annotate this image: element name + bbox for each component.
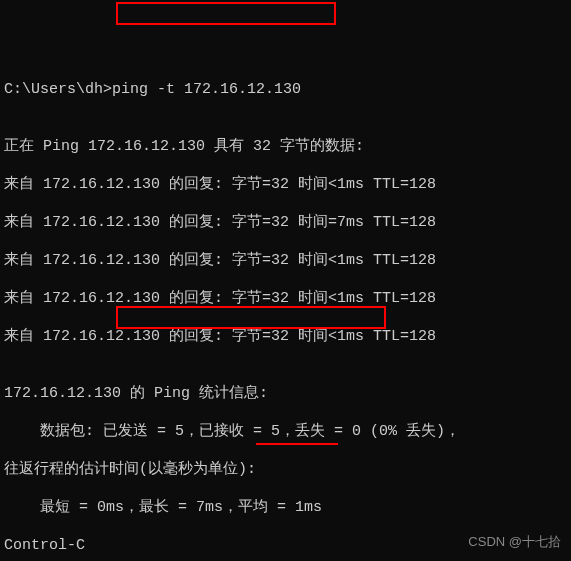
highlight-box-command1: [116, 2, 336, 25]
terminal-line: 来自 172.16.12.130 的回复: 字节=32 时间<1ms TTL=1…: [4, 327, 567, 346]
highlight-box-command2: [116, 306, 386, 329]
terminal-line: 正在 Ping 172.16.12.130 具有 32 字节的数据:: [4, 137, 567, 156]
terminal-line: 来自 172.16.12.130 的回复: 字节=32 时间=7ms TTL=1…: [4, 213, 567, 232]
terminal-line: 最短 = 0ms，最长 = 7ms，平均 = 1ms: [4, 498, 567, 517]
terminal-line: 数据包: 已发送 = 5，已接收 = 5，丢失 = 0 (0% 丢失)，: [4, 422, 567, 441]
terminal-line-prompt1: C:\Users\dh>ping -t 172.16.12.130: [4, 80, 567, 99]
highlight-underline-bytes: [256, 443, 338, 445]
command-text: ping -t 172.16.12.130: [112, 81, 301, 98]
prompt-prefix: C:\Users\dh>: [4, 81, 112, 98]
terminal-line: 往返行程的估计时间(以毫秒为单位):: [4, 460, 567, 479]
terminal-line: 来自 172.16.12.130 的回复: 字节=32 时间<1ms TTL=1…: [4, 175, 567, 194]
terminal-line: 来自 172.16.12.130 的回复: 字节=32 时间<1ms TTL=1…: [4, 251, 567, 270]
terminal-line: 172.16.12.130 的 Ping 统计信息:: [4, 384, 567, 403]
watermark-text: CSDN @十七拾: [468, 532, 561, 551]
